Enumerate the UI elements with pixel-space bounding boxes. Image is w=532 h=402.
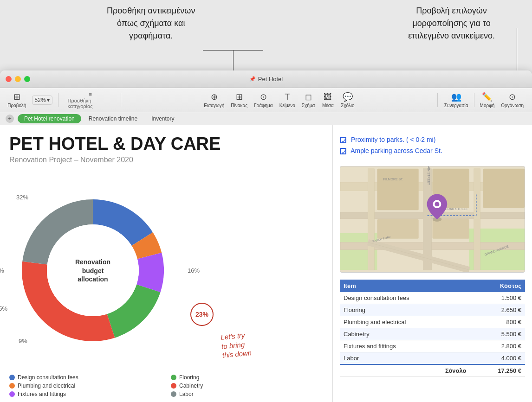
insert-button[interactable]: ⊕ Εισαγωγή bbox=[201, 90, 227, 110]
minimize-button[interactable] bbox=[15, 76, 21, 82]
row-item-flooring: Flooring bbox=[340, 304, 470, 316]
legend-dot-labor bbox=[171, 391, 176, 397]
format-button[interactable]: ✏️ Μορφή bbox=[477, 90, 498, 110]
organize-icon: ⊙ bbox=[509, 92, 516, 102]
zoom-control[interactable]: 52% ▾ bbox=[32, 96, 52, 105]
pct-16: 16% bbox=[188, 267, 200, 274]
view-button[interactable]: ⊞ Προβολή bbox=[6, 90, 28, 110]
list-icon: ≡ bbox=[89, 91, 92, 97]
window-title: 📌 Pet Hotel bbox=[249, 76, 283, 83]
chart-button[interactable]: ⊙ Γράφημα bbox=[251, 90, 276, 110]
row-item-plumbing: Plumbing and electrical bbox=[340, 316, 470, 328]
svg-rect-14 bbox=[433, 219, 469, 239]
total-label: Σύνολο bbox=[340, 364, 470, 377]
legend-item-design: Design consultation fees bbox=[9, 374, 162, 381]
table-row: Fixtures and fittings 2.800 € bbox=[340, 340, 525, 352]
table-row: Plumbing and electrical 800 € bbox=[340, 316, 525, 328]
annotation-right: Προβολή επιλογών μορφοποίησης για το επι… bbox=[408, 5, 495, 72]
media-button[interactable]: 🖼 Μέσα bbox=[318, 90, 337, 110]
chart-area: 32% 5% 15% 9% bbox=[9, 172, 323, 370]
svg-point-25 bbox=[435, 202, 439, 206]
page-title: PET HOTEL & DAY CARE bbox=[9, 134, 323, 154]
toolbar: ⊞ Προβολή 52% ▾ ≡ Προσθήκη κατηγορίας ⊕ … bbox=[0, 88, 532, 112]
row-cost-flooring: 2.650 € bbox=[470, 304, 525, 316]
toolbar-right-group: 👥 Συνεργασία ✏️ Μορφή ⊙ Οργάνωση bbox=[441, 90, 526, 110]
fullscreen-button[interactable] bbox=[24, 76, 30, 82]
table-row: Design consultation fees 1.500 € bbox=[340, 292, 525, 304]
organize-button[interactable]: ⊙ Οργάνωση bbox=[498, 90, 526, 110]
legend-dot-cabinetry bbox=[171, 383, 176, 389]
checkbox-1[interactable] bbox=[340, 137, 346, 143]
right-panel: Proximity to parks. ( < 0·2 mi) Ample pa… bbox=[332, 125, 532, 402]
pin-icon: 📌 bbox=[249, 76, 256, 82]
comment-button[interactable]: 💬 Σχόλιο bbox=[338, 90, 357, 110]
donut-chart[interactable]: Renovation budget allocation bbox=[9, 187, 176, 354]
row-cost-design: 1.500 € bbox=[470, 292, 525, 304]
chart-legend: Design consultation fees Flooring Plumbi… bbox=[9, 374, 323, 397]
col-cost: Κόστος bbox=[470, 280, 525, 292]
tab-renovation-timeline[interactable]: Renovation timeline bbox=[82, 114, 144, 123]
handwritten-annotation: Let's tryto bringthis down bbox=[220, 330, 252, 360]
add-tab-button[interactable]: + bbox=[6, 115, 14, 123]
checkbox-2[interactable] bbox=[340, 148, 346, 154]
annotation-line-right bbox=[517, 28, 517, 70]
page-subtitle: Renovation Project – November 2020 bbox=[9, 156, 323, 164]
pct-5: 5% bbox=[0, 267, 4, 274]
legend-dot-flooring bbox=[171, 375, 176, 380]
toolbar-left-group: ⊞ Προβολή 52% ▾ ≡ Προσθήκη κατηγορίας bbox=[6, 89, 117, 111]
table-header-row: Item Κόστος bbox=[340, 280, 525, 292]
notes-area: Proximity to parks. ( < 0·2 mi) Ample pa… bbox=[340, 132, 525, 159]
note-item-1: Proximity to parks. ( < 0·2 mi) bbox=[340, 134, 525, 146]
table-button[interactable]: ⊞ Πίνακας bbox=[228, 90, 250, 110]
tab-pet-hotel-renovation[interactable]: Pet Hotel renovation bbox=[18, 114, 81, 123]
separator bbox=[58, 93, 58, 107]
table-row: Flooring 2.650 € bbox=[340, 304, 525, 316]
annotation-line-left bbox=[233, 50, 234, 70]
separator-3 bbox=[437, 93, 438, 107]
svg-rect-13 bbox=[377, 219, 418, 239]
legend-item-flooring: Flooring bbox=[171, 374, 323, 381]
table-total-row: Σύνολο 17.250 € bbox=[340, 364, 525, 377]
budget-table-container: Item Κόστος Design consultation fees 1.5… bbox=[340, 280, 525, 377]
add-category-button[interactable]: ≡ Προσθήκη κατηγορίας bbox=[64, 89, 117, 111]
comment-icon: 💬 bbox=[343, 92, 353, 102]
table-row: Labor 4.000 € bbox=[340, 352, 525, 364]
separator-2 bbox=[121, 93, 121, 107]
pct-15: 15% bbox=[0, 305, 7, 312]
media-icon: 🖼 bbox=[324, 92, 332, 102]
col-item: Item bbox=[340, 280, 470, 292]
text-button[interactable]: T Κείμενο bbox=[277, 90, 298, 110]
separator-4 bbox=[474, 93, 474, 107]
row-item-labor: Labor bbox=[340, 352, 470, 364]
text-icon: T bbox=[285, 92, 290, 102]
collaborate-icon: 👥 bbox=[451, 92, 461, 102]
legend-item-cabinetry: Cabinetry bbox=[171, 383, 323, 389]
map-container: FILMORE ST. MAIN STREET CEDAR STREET RAN… bbox=[340, 166, 525, 273]
legend-dot-plumbing bbox=[9, 383, 15, 389]
legend-dot-design bbox=[9, 375, 15, 380]
svg-rect-6 bbox=[368, 168, 375, 269]
svg-text:FILMORE ST.: FILMORE ST. bbox=[383, 177, 403, 180]
format-icon: ✏️ bbox=[482, 92, 492, 102]
close-button[interactable] bbox=[6, 76, 12, 82]
tab-bar: + Pet Hotel renovation Renovation timeli… bbox=[0, 112, 532, 125]
collaborate-button[interactable]: 👥 Συνεργασία bbox=[441, 90, 471, 110]
donut-center-text: Renovation budget allocation bbox=[67, 258, 118, 283]
svg-text:MAIN STREET: MAIN STREET bbox=[427, 166, 430, 185]
tab-inventory[interactable]: Inventory bbox=[145, 114, 181, 123]
shape-icon: ◻ bbox=[305, 92, 312, 102]
left-panel: PET HOTEL & DAY CARE Renovation Project … bbox=[0, 125, 332, 402]
chart-icon: ⊙ bbox=[260, 92, 267, 102]
svg-text:CEDAR STREET: CEDAR STREET bbox=[443, 207, 468, 211]
row-cost-cabinetry: 5.500 € bbox=[470, 328, 525, 340]
shape-button[interactable]: ◻ Σχήμα bbox=[299, 90, 318, 110]
legend-item-labor: Labor bbox=[171, 391, 323, 397]
table-icon: ⊞ bbox=[236, 92, 243, 102]
map-svg: FILMORE ST. MAIN STREET CEDAR STREET RAN… bbox=[340, 166, 525, 272]
legend-item-plumbing: Plumbing and electrical bbox=[9, 383, 162, 389]
budget-table: Item Κόστος Design consultation fees 1.5… bbox=[340, 280, 525, 377]
legend-dot-fixtures bbox=[9, 391, 15, 397]
total-value: 17.250 € bbox=[470, 364, 525, 377]
row-item-fixtures: Fixtures and fittings bbox=[340, 340, 470, 352]
insert-icon: ⊕ bbox=[211, 92, 218, 102]
